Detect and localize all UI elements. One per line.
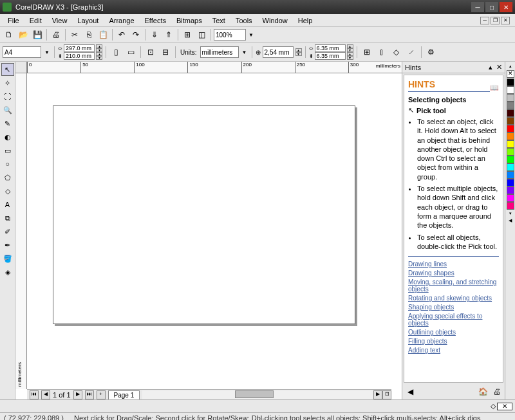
- ellipse-tool[interactable]: ○: [1, 158, 14, 170]
- snap-to-grid-button[interactable]: ⊞: [360, 46, 373, 59]
- next-page-button[interactable]: ▶: [73, 390, 82, 399]
- cut-button[interactable]: ✂: [68, 28, 81, 41]
- menu-bitmaps[interactable]: Bitmaps: [171, 15, 207, 26]
- hint-link[interactable]: Shaping objects: [408, 304, 499, 311]
- palette-up[interactable]: ▴: [507, 63, 514, 69]
- hints-close-icon[interactable]: ✕: [496, 63, 502, 71]
- prev-page-button[interactable]: ◀: [41, 390, 50, 399]
- all-pages-button[interactable]: ⊡: [144, 46, 157, 59]
- new-button[interactable]: 🗋: [3, 28, 15, 41]
- dupy-down[interactable]: ▾: [347, 56, 353, 60]
- units-dropdown[interactable]: ▼: [241, 46, 248, 59]
- color-swatch[interactable]: [507, 117, 514, 125]
- hint-link[interactable]: Drawing shapes: [408, 269, 499, 277]
- h-scroll-right[interactable]: ▶: [373, 390, 382, 399]
- landscape-button[interactable]: ▭: [124, 46, 137, 59]
- menu-help[interactable]: Help: [293, 15, 318, 26]
- color-swatch[interactable]: [507, 179, 514, 187]
- color-swatch[interactable]: [507, 102, 514, 109]
- freehand-tool[interactable]: ✎: [1, 117, 14, 130]
- basic-shapes-tool[interactable]: ◇: [1, 185, 14, 197]
- hint-link[interactable]: Drawing lines: [408, 260, 499, 268]
- welcome-button[interactable]: ◫: [195, 28, 208, 41]
- current-page-button[interactable]: ⊟: [159, 46, 172, 59]
- menu-tools[interactable]: Tools: [230, 15, 258, 26]
- hint-link[interactable]: Filling objects: [408, 338, 499, 345]
- color-swatch[interactable]: [507, 171, 514, 179]
- hints-collapse-icon[interactable]: ▴: [489, 63, 492, 71]
- redo-button[interactable]: ↷: [129, 28, 142, 41]
- text-tool[interactable]: A: [1, 198, 14, 211]
- nudge-input[interactable]: [263, 46, 294, 58]
- color-swatch[interactable]: [507, 187, 514, 194]
- undo-button[interactable]: ↶: [115, 28, 128, 41]
- height-down[interactable]: ▾: [96, 56, 102, 60]
- polygon-tool[interactable]: ⬠: [1, 171, 14, 184]
- color-swatch[interactable]: [507, 86, 514, 94]
- menu-window[interactable]: Window: [258, 15, 293, 26]
- color-swatch[interactable]: [507, 78, 514, 86]
- crop-tool[interactable]: ⛶: [1, 90, 14, 103]
- print-button[interactable]: 🖨: [50, 28, 62, 41]
- pick-tool[interactable]: ↖: [1, 63, 14, 76]
- no-color-swatch[interactable]: [507, 70, 514, 78]
- maximize-button[interactable]: □: [485, 2, 498, 12]
- mdi-close[interactable]: ✕: [501, 17, 510, 24]
- first-page-button[interactable]: ⏮: [30, 390, 39, 399]
- copy-button[interactable]: ⎘: [82, 28, 95, 41]
- snap-to-objects-button[interactable]: ◇: [390, 46, 403, 59]
- nudge-down[interactable]: ▾: [295, 52, 302, 56]
- hint-link[interactable]: Adding text: [408, 347, 499, 354]
- open-button[interactable]: 📂: [17, 28, 30, 41]
- hint-link[interactable]: Rotating and skewing objects: [408, 295, 499, 302]
- dup-y-input[interactable]: [315, 52, 346, 60]
- menu-layout[interactable]: Layout: [72, 15, 104, 26]
- interactive-fill-tool[interactable]: ◈: [1, 266, 14, 278]
- eyedropper-tool[interactable]: ✐: [1, 225, 14, 238]
- close-button[interactable]: ✕: [500, 2, 512, 12]
- app-launcher-button[interactable]: ⊞: [181, 28, 194, 41]
- color-swatch[interactable]: [507, 109, 514, 117]
- fill-tool[interactable]: 🪣: [1, 252, 14, 265]
- paper-size-combo[interactable]: [3, 46, 41, 58]
- page-height-input[interactable]: [64, 52, 95, 60]
- portrait-button[interactable]: ▯: [109, 46, 122, 59]
- color-swatch[interactable]: [507, 148, 514, 156]
- menu-view[interactable]: View: [47, 15, 73, 26]
- menu-text[interactable]: Text: [207, 15, 230, 26]
- color-swatch[interactable]: [507, 94, 514, 102]
- hint-link[interactable]: Moving, scaling, and stretching objects: [408, 278, 499, 293]
- mdi-minimize[interactable]: ─: [480, 17, 489, 24]
- last-page-button[interactable]: ⏭: [85, 390, 94, 399]
- page-width-input[interactable]: [64, 44, 95, 52]
- menu-edit[interactable]: Edit: [24, 15, 47, 26]
- outline-tool[interactable]: ✒: [1, 239, 14, 251]
- dynamic-guides-button[interactable]: ⟋: [405, 46, 418, 59]
- import-button[interactable]: ⇓: [148, 28, 161, 41]
- smart-fill-tool[interactable]: ◐: [1, 131, 14, 143]
- mdi-restore[interactable]: ❐: [491, 17, 500, 24]
- palette-down[interactable]: ▾: [507, 210, 514, 217]
- color-swatch[interactable]: [507, 156, 514, 163]
- hints-back-button[interactable]: ◀: [404, 385, 417, 398]
- hints-print-button[interactable]: 🖨: [491, 385, 503, 398]
- palette-flyout[interactable]: ◀: [507, 217, 514, 224]
- zoom-combo[interactable]: [214, 29, 246, 41]
- paper-dropdown[interactable]: ▼: [43, 46, 51, 59]
- snap-to-guidelines-button[interactable]: ⫿: [375, 46, 388, 59]
- add-page-button[interactable]: +: [97, 390, 106, 399]
- color-swatch[interactable]: [507, 202, 514, 210]
- options-button[interactable]: ⚙: [425, 46, 438, 59]
- menu-arrange[interactable]: Arrange: [104, 15, 139, 26]
- drawing-canvas[interactable]: [27, 73, 402, 389]
- units-combo[interactable]: [200, 46, 239, 58]
- color-swatch[interactable]: [507, 163, 514, 171]
- paste-button[interactable]: 📋: [97, 28, 109, 41]
- hint-link[interactable]: Applying special effects to objects: [408, 313, 499, 327]
- fill-none-indicator[interactable]: [497, 403, 512, 410]
- export-button[interactable]: ⇑: [162, 28, 175, 41]
- hint-link[interactable]: Outlining objects: [408, 329, 499, 336]
- horizontal-ruler[interactable]: 0 50 100 150 200 250 300 millimeters: [27, 62, 402, 73]
- menu-file[interactable]: File: [3, 15, 24, 26]
- hints-home-button[interactable]: 🏠: [476, 385, 489, 398]
